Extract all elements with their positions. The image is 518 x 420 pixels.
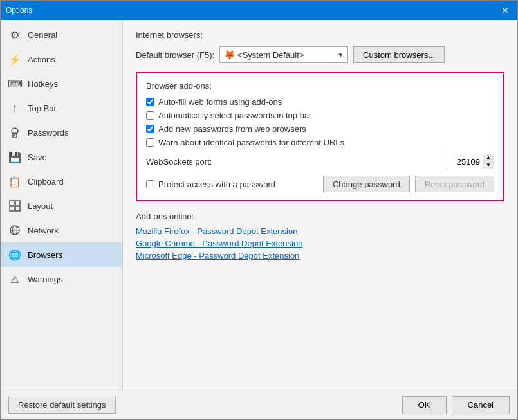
addnew-checkbox[interactable] (146, 125, 154, 133)
sidebar: ⚙ General ⚡ Actions ⌨ Hotkeys ↑ Top Bar … (1, 20, 123, 390)
sidebar-item-label: Actions (28, 55, 55, 64)
autopw-row: Automatically select passwords in top ba… (146, 111, 494, 120)
sidebar-item-save[interactable]: 💾 Save (1, 145, 122, 169)
websockets-label: WebSockets port: (146, 157, 447, 167)
websockets-row: WebSockets port: ▲ ▼ (146, 154, 494, 169)
hotkeys-icon: ⌨ (8, 77, 21, 90)
sidebar-item-actions[interactable]: ⚡ Actions (1, 47, 122, 71)
websockets-input[interactable] (447, 154, 483, 169)
sidebar-item-network[interactable]: Network (1, 218, 122, 242)
sidebar-item-hotkeys[interactable]: ⌨ Hotkeys (1, 71, 122, 96)
edge-extension-link[interactable]: Microsoft Edge - Password Depot Extensio… (136, 251, 504, 260)
topbar-icon: ↑ (8, 102, 21, 114)
browsers-icon: 🌐 (8, 248, 21, 261)
main-content: ⚙ General ⚡ Actions ⌨ Hotkeys ↑ Top Bar … (1, 20, 517, 390)
close-button[interactable]: ✕ (498, 3, 512, 17)
spinner-buttons: ▲ ▼ (483, 154, 494, 169)
gear-icon: ⚙ (8, 28, 21, 41)
content-area: Internet browsers: Default browser (F5):… (123, 20, 517, 390)
network-icon (8, 224, 21, 237)
browser-select-value: <System Default> (237, 50, 335, 60)
sidebar-item-label: Layout (28, 201, 53, 211)
sidebar-item-label: Warnings (28, 275, 62, 284)
sidebar-item-label: Network (28, 226, 59, 235)
svg-rect-4 (15, 201, 20, 205)
sidebar-item-label: Clipboard (28, 177, 64, 187)
save-icon: 💾 (8, 151, 21, 163)
autofill-checkbox[interactable] (146, 98, 154, 106)
warn-row: Warn about identical passwords for diffe… (146, 138, 494, 147)
window-title: Options (6, 6, 32, 15)
warn-label[interactable]: Warn about identical passwords for diffe… (158, 138, 344, 147)
sidebar-item-label: Passwords (28, 128, 69, 138)
sidebar-item-general[interactable]: ⚙ General (1, 23, 122, 47)
addon-box: Browser add-ons: Auto-fill web forms usi… (136, 72, 504, 201)
autofill-label[interactable]: Auto-fill web forms using add-ons (158, 97, 282, 107)
firefox-icon: 🦊 (224, 50, 235, 60)
bottom-bar: Restore default settings OK Cancel (1, 390, 517, 419)
sidebar-item-clipboard[interactable]: 📋 Clipboard (1, 169, 122, 194)
sidebar-item-passwords[interactable]: Passwords (1, 120, 122, 145)
addnew-label[interactable]: Add new passwords from web browsers (158, 124, 306, 134)
sidebar-item-label: Save (28, 152, 47, 162)
sidebar-item-warnings[interactable]: ⚠ Warnings (1, 267, 122, 291)
warn-checkbox[interactable] (146, 138, 154, 147)
cancel-button[interactable]: Cancel (452, 396, 510, 414)
default-browser-select[interactable]: 🦊 <System Default> ▼ (219, 46, 348, 63)
sidebar-item-label: Top Bar (28, 104, 57, 113)
addnew-row: Add new passwords from web browsers (146, 124, 494, 134)
password-row: Protect access with a password Change pa… (146, 176, 494, 192)
sidebar-item-topbar[interactable]: ↑ Top Bar (1, 96, 122, 120)
protect-checkbox-row: Protect access with a password (146, 179, 275, 189)
chrome-extension-link[interactable]: Google Chrome - Password Depot Extension (136, 239, 504, 248)
firefox-extension-link[interactable]: Mozilla Firefox - Password Depot Extensi… (136, 226, 504, 236)
clipboard-icon: 📋 (8, 175, 21, 188)
change-password-button[interactable]: Change password (323, 176, 410, 192)
autopw-checkbox[interactable] (146, 111, 154, 120)
dropdown-arrow-icon[interactable]: ▼ (337, 51, 344, 59)
actions-icon: ⚡ (8, 53, 21, 66)
default-browser-label: Default browser (F5): (136, 50, 214, 60)
title-bar: Options ✕ (1, 1, 517, 20)
addons-online-section: Add-ons online: Mozilla Firefox - Passwo… (136, 212, 504, 260)
addon-box-title: Browser add-ons: (146, 81, 494, 91)
autofill-row: Auto-fill web forms using add-ons (146, 97, 494, 107)
websockets-spinner: ▲ ▼ (447, 154, 494, 169)
internet-browsers-label: Internet browsers: (136, 30, 504, 40)
sidebar-item-label: General (28, 30, 57, 40)
spinner-up-button[interactable]: ▲ (483, 154, 494, 161)
svg-rect-3 (10, 201, 14, 205)
options-window: Options ✕ ⚙ General ⚡ Actions ⌨ Hotkeys … (0, 0, 518, 420)
ok-button[interactable]: OK (402, 396, 447, 414)
svg-rect-5 (10, 206, 14, 211)
protect-label[interactable]: Protect access with a password (158, 179, 275, 189)
sidebar-item-label: Browsers (28, 250, 62, 260)
custom-browsers-button[interactable]: Custom browsers... (353, 46, 445, 63)
svg-point-2 (14, 135, 15, 136)
bottom-right-buttons: OK Cancel (402, 396, 510, 414)
sidebar-item-layout[interactable]: Layout (1, 194, 122, 218)
addons-online-title: Add-ons online: (136, 212, 504, 221)
warnings-icon: ⚠ (8, 273, 21, 286)
sidebar-item-browsers[interactable]: 🌐 Browsers (1, 242, 122, 267)
passwords-icon (8, 126, 21, 139)
spinner-down-button[interactable]: ▼ (483, 161, 494, 169)
protect-checkbox[interactable] (146, 180, 154, 188)
layout-icon (8, 199, 21, 212)
default-browser-row: Default browser (F5): 🦊 <System Default>… (136, 46, 504, 63)
sidebar-item-label: Hotkeys (28, 79, 58, 89)
svg-rect-6 (15, 206, 20, 211)
reset-password-button[interactable]: Reset password (415, 176, 494, 192)
restore-defaults-button[interactable]: Restore default settings (8, 397, 116, 414)
autopw-label[interactable]: Automatically select passwords in top ba… (158, 111, 311, 120)
